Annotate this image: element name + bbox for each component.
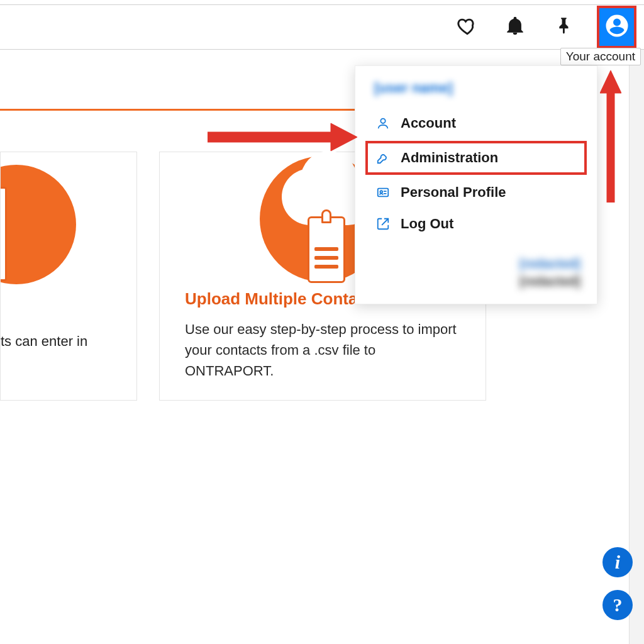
svg-rect-1 — [378, 189, 389, 197]
scroll-gutter — [629, 50, 644, 644]
top-bar — [0, 4, 644, 50]
account-tooltip: Your account — [560, 48, 641, 65]
help-fab[interactable]: ? — [602, 590, 633, 620]
svg-marker-3 — [600, 70, 621, 203]
menu-item-label: Account — [401, 115, 456, 131]
account-circle-icon — [604, 13, 630, 42]
favorites-button[interactable] — [453, 13, 481, 41]
menu-item-log-out[interactable]: Log Out — [372, 208, 580, 240]
svg-point-2 — [380, 191, 382, 193]
dropdown-username: [user name] — [372, 80, 580, 96]
user-icon — [375, 116, 391, 131]
section-divider — [0, 109, 358, 111]
card-left-illustration — [0, 165, 45, 291]
annotation-arrow-right — [208, 121, 357, 153]
pin-button[interactable] — [549, 13, 577, 41]
menu-item-personal-profile[interactable]: Personal Profile — [372, 177, 580, 208]
menu-item-administration[interactable]: Administration — [365, 141, 587, 175]
svg-point-0 — [380, 119, 385, 123]
your-account-button[interactable] — [597, 6, 636, 48]
card-upload-title: Upload Multiple Contacts — [185, 289, 381, 309]
external-link-icon — [375, 216, 391, 231]
annotation-arrow-up — [600, 70, 621, 203]
notifications-button[interactable] — [501, 13, 529, 41]
card-left-text-fragment: ts can enter in — [1, 333, 128, 351]
bell-icon — [504, 15, 526, 39]
id-card-icon — [375, 185, 391, 200]
menu-item-account[interactable]: Account — [372, 108, 580, 139]
svg-marker-4 — [208, 123, 357, 151]
dropdown-footer-line2: [redacted] — [372, 272, 580, 290]
pin-icon — [552, 15, 574, 39]
wrench-icon — [375, 150, 391, 165]
question-icon: ? — [613, 594, 623, 616]
info-fab[interactable]: i — [602, 547, 633, 577]
dropdown-footer: [redacted] [redacted] — [372, 255, 580, 290]
card-partial-left: ts can enter in — [0, 152, 137, 401]
menu-item-label: Administration — [401, 150, 498, 166]
info-icon: i — [615, 552, 620, 573]
card-upload-body: Use our easy step-by-step process to imp… — [185, 319, 460, 381]
account-dropdown: [user name] Account Administration Perso… — [355, 65, 597, 304]
heart-icon — [457, 15, 478, 39]
dropdown-footer-line1: [redacted] — [372, 255, 580, 272]
menu-item-label: Personal Profile — [401, 184, 506, 201]
menu-item-label: Log Out — [401, 216, 453, 232]
